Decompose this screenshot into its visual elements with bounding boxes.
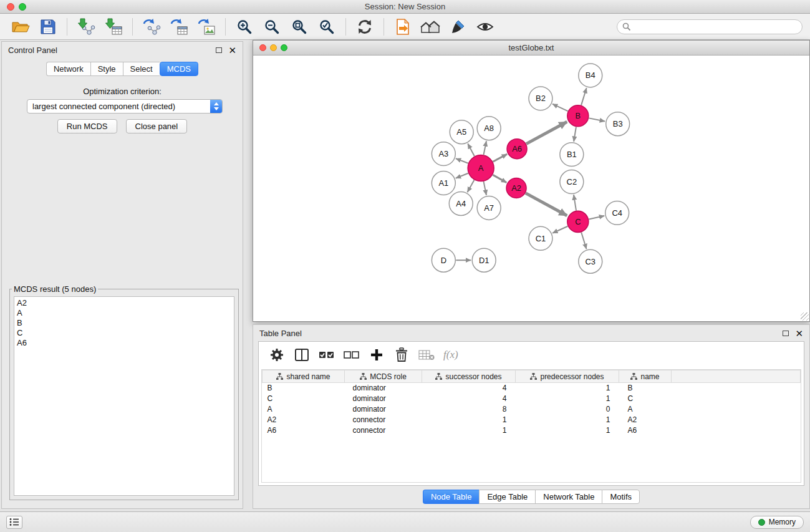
graph-node-A5[interactable]: A5 bbox=[450, 120, 473, 144]
result-item[interactable]: A2 bbox=[17, 298, 231, 308]
graph-node-C[interactable]: C bbox=[567, 211, 589, 232]
zoom-in-button[interactable] bbox=[231, 16, 258, 38]
tab-style[interactable]: Style bbox=[90, 62, 123, 76]
edge-A-A8[interactable] bbox=[484, 141, 486, 155]
edge-A2-C[interactable] bbox=[526, 193, 567, 216]
open-document-button[interactable] bbox=[390, 16, 416, 38]
tab-mcds[interactable]: MCDS bbox=[160, 62, 198, 76]
add-column-button[interactable] bbox=[366, 345, 387, 365]
column-header-mcds-role[interactable]: MCDS role bbox=[345, 370, 422, 383]
show-hide-button[interactable] bbox=[472, 16, 498, 38]
edge-A-A6[interactable] bbox=[493, 154, 508, 162]
import-image-button[interactable] bbox=[193, 16, 219, 38]
graph-node-B4[interactable]: B4 bbox=[579, 64, 602, 87]
edge-B-B2[interactable] bbox=[552, 104, 568, 111]
save-session-button[interactable] bbox=[35, 16, 61, 38]
dropdown-stepper-icon[interactable] bbox=[210, 100, 222, 113]
maximize-view-button[interactable] bbox=[281, 44, 287, 51]
graph-node-A7[interactable]: A7 bbox=[477, 196, 501, 220]
network-graph[interactable]: B4B2BB3A5A8A6B1A3AC2A1A2A4A7C4CC1C3DD1 bbox=[253, 56, 809, 321]
edge-B-B1[interactable] bbox=[574, 127, 576, 142]
delete-table-button[interactable] bbox=[416, 345, 437, 365]
edge-A6-B[interactable] bbox=[526, 122, 567, 143]
zoom-selected-button[interactable] bbox=[314, 16, 340, 38]
close-view-button[interactable] bbox=[259, 44, 266, 51]
close-panel-button[interactable]: Close panel bbox=[126, 119, 188, 133]
edge-A-A5[interactable] bbox=[468, 143, 475, 156]
delete-column-button[interactable] bbox=[391, 345, 412, 365]
graph-node-C3[interactable]: C3 bbox=[579, 249, 602, 273]
task-history-button[interactable] bbox=[6, 516, 22, 529]
tab-network[interactable]: Network bbox=[46, 62, 90, 76]
table-row[interactable]: Adominator80A bbox=[263, 404, 801, 415]
style-brush-button[interactable] bbox=[445, 16, 471, 38]
select-all-button[interactable] bbox=[316, 345, 337, 365]
column-header-name[interactable]: name bbox=[619, 370, 672, 383]
graph-node-A[interactable]: A bbox=[468, 155, 494, 181]
network-canvas[interactable]: B4B2BB3A5A8A6B1A3AC2A1A2A4A7C4CC1C3DD1 bbox=[253, 56, 809, 321]
memory-button[interactable]: Memory bbox=[750, 516, 804, 529]
edge-C-C4[interactable] bbox=[589, 216, 604, 219]
table-row[interactable]: A2connector11A2 bbox=[263, 415, 801, 425]
edge-B-B3[interactable] bbox=[589, 118, 605, 121]
tab-motifs[interactable]: Motifs bbox=[602, 490, 640, 504]
edge-C-C1[interactable] bbox=[552, 226, 567, 233]
close-panel-icon[interactable]: ✕ bbox=[228, 47, 236, 54]
zoom-window-button[interactable] bbox=[19, 3, 26, 11]
edge-A-A3[interactable] bbox=[456, 158, 468, 163]
graph-node-D[interactable]: D bbox=[432, 248, 455, 272]
zoom-out-button[interactable] bbox=[259, 16, 285, 38]
window-resize-handle[interactable] bbox=[801, 312, 809, 321]
refresh-layout-button[interactable] bbox=[352, 16, 378, 38]
graph-node-C2[interactable]: C2 bbox=[560, 170, 584, 194]
search-input[interactable] bbox=[617, 19, 803, 34]
import-table-url-button[interactable] bbox=[166, 16, 192, 38]
float-panel-icon[interactable] bbox=[783, 331, 789, 336]
graph-node-B1[interactable]: B1 bbox=[560, 143, 584, 167]
function-builder-button[interactable]: f(x) bbox=[441, 349, 458, 361]
result-item[interactable]: A6 bbox=[17, 338, 231, 348]
import-table-file-button[interactable] bbox=[100, 16, 127, 38]
birdseye-button[interactable] bbox=[417, 16, 443, 38]
graph-node-D1[interactable]: D1 bbox=[472, 248, 496, 272]
edge-C-C2[interactable] bbox=[574, 195, 576, 210]
float-panel-icon[interactable] bbox=[216, 47, 222, 53]
close-window-button[interactable] bbox=[7, 3, 14, 11]
edge-A-A2[interactable] bbox=[493, 175, 506, 182]
tab-node-table[interactable]: Node Table bbox=[423, 490, 480, 504]
edge-B-B4[interactable] bbox=[581, 88, 586, 105]
table-row[interactable]: Bdominator41B bbox=[263, 383, 801, 394]
minimize-view-button[interactable] bbox=[270, 44, 277, 51]
run-mcds-button[interactable]: Run MCDS bbox=[57, 119, 117, 133]
graph-node-C1[interactable]: C1 bbox=[529, 226, 552, 250]
import-network-file-button[interactable] bbox=[73, 16, 99, 38]
tab-select[interactable]: Select bbox=[123, 62, 160, 76]
table-row[interactable]: A6connector11A6 bbox=[263, 425, 801, 436]
edge-A-A4[interactable] bbox=[468, 180, 475, 192]
show-columns-button[interactable] bbox=[291, 345, 312, 365]
result-item[interactable]: B bbox=[17, 318, 231, 328]
mcds-result-list[interactable]: A2ABCA6 bbox=[14, 296, 234, 496]
column-header-successor-nodes[interactable]: successor nodes bbox=[422, 370, 516, 383]
graph-node-B2[interactable]: B2 bbox=[529, 87, 552, 110]
graph-node-A4[interactable]: A4 bbox=[449, 191, 473, 215]
network-window-titlebar[interactable]: testGlobe.txt bbox=[253, 41, 809, 56]
optimization-criterion-dropdown[interactable]: largest connected component (directed) bbox=[27, 99, 223, 114]
edge-A-A7[interactable] bbox=[484, 181, 486, 195]
edge-A-A1[interactable] bbox=[456, 173, 468, 178]
graph-node-C4[interactable]: C4 bbox=[605, 201, 629, 225]
open-session-button[interactable] bbox=[7, 16, 34, 38]
graph-node-A8[interactable]: A8 bbox=[477, 117, 501, 140]
graph-node-B[interactable]: B bbox=[567, 105, 589, 127]
edge-C-C3[interactable] bbox=[581, 233, 586, 249]
graph-node-A1[interactable]: A1 bbox=[432, 172, 455, 195]
import-network-url-button[interactable] bbox=[138, 16, 165, 38]
graph-node-A3[interactable]: A3 bbox=[432, 142, 455, 166]
deselect-all-button[interactable] bbox=[341, 345, 362, 365]
table-settings-button[interactable] bbox=[266, 345, 287, 365]
tab-network-table[interactable]: Network Table bbox=[535, 490, 602, 504]
graph-node-A2[interactable]: A2 bbox=[506, 178, 526, 198]
column-header-predecessor-nodes[interactable]: predecessor nodes bbox=[516, 370, 619, 383]
zoom-fit-button[interactable] bbox=[286, 16, 312, 38]
tab-edge-table[interactable]: Edge Table bbox=[479, 490, 535, 504]
